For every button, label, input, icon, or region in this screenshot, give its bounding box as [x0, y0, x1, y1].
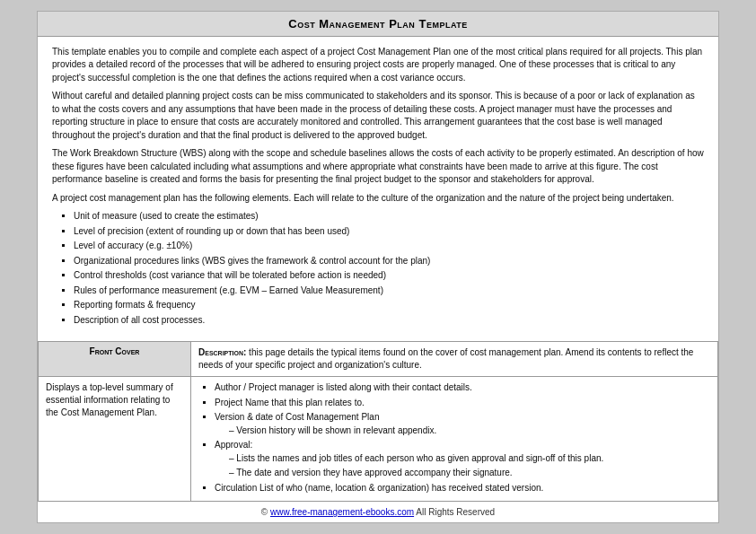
approval-item: Approval: — [215, 440, 252, 450]
table-row-1: Front Cover Description: this page detai… — [39, 342, 718, 377]
list-item: Approval: Lists the names and job titles… — [215, 439, 710, 480]
description-body: this page details the typical items foun… — [198, 347, 693, 370]
front-cover-description: Description: this page details the typic… — [191, 342, 718, 377]
list-item: Reporting formats & frequency — [74, 299, 704, 312]
page-title: Cost Management Plan Template — [38, 12, 718, 37]
list-item: Level of precision (extent of rounding u… — [74, 225, 704, 239]
list-item: Level of accuracy (e.g. ±10%) — [74, 240, 704, 253]
footer-rights: All Rights Reserved — [414, 507, 495, 517]
content-table: Front Cover Description: this page detai… — [38, 341, 718, 502]
version-item: Version & date of Cost Management Plan — [215, 412, 379, 422]
description-title: Description: — [198, 347, 246, 357]
list-item: Version & date of Cost Management Plan V… — [215, 411, 710, 437]
paragraph-4: A project cost management plan has the f… — [52, 192, 704, 206]
paragraph-1: This template enables you to compile and… — [52, 46, 704, 85]
content-items: Author / Project manager is listed along… — [191, 377, 718, 502]
display-text: Displays a top-level summary of essentia… — [46, 382, 173, 417]
list-item: Control thresholds (cost variance that w… — [74, 269, 704, 283]
paragraph-2: Without careful and detailed planning pr… — [52, 90, 704, 142]
main-page: Cost Management Plan Template This templ… — [37, 11, 719, 524]
sub-list-item: Lists the names and job titles of each p… — [229, 452, 710, 466]
list-item: Circulation List of who (name, location … — [215, 482, 710, 495]
list-item: Rules of performance measurement (e.g. E… — [74, 285, 704, 298]
list-item: Description of all cost processes. — [74, 314, 704, 328]
front-cover-label: Front Cover — [90, 346, 140, 356]
list-item: Project Name that this plan relates to. — [215, 397, 710, 410]
list-item: Organizational procedures links (WBS giv… — [74, 255, 704, 268]
footer: © www.free-management-ebooks.com All Rig… — [38, 502, 718, 522]
sub-list-item: Version history will be shown in relevan… — [229, 425, 710, 438]
sub-list: Version history will be shown in relevan… — [229, 425, 710, 438]
title-text: Cost Management Plan Template — [288, 17, 468, 31]
content-list: Author / Project manager is listed along… — [215, 381, 710, 495]
display-summary: Displays a top-level summary of essentia… — [39, 377, 191, 502]
table-row-2: Displays a top-level summary of essentia… — [39, 377, 718, 502]
sub-list-item: The date and version they have approved … — [229, 467, 710, 480]
footer-copyright: © — [261, 507, 270, 517]
footer-link[interactable]: www.free-management-ebooks.com — [270, 507, 414, 517]
sub-list: Lists the names and job titles of each p… — [229, 452, 710, 480]
list-item: Unit of measure (used to create the esti… — [74, 210, 704, 223]
bullet-list: Unit of measure (used to create the esti… — [74, 210, 704, 327]
list-item: Author / Project manager is listed along… — [215, 381, 710, 395]
paragraph-3: The Work Breakdown Structure (WBS) along… — [52, 147, 704, 187]
front-cover-header: Front Cover — [39, 342, 191, 377]
body-section: This template enables you to compile and… — [38, 37, 718, 342]
